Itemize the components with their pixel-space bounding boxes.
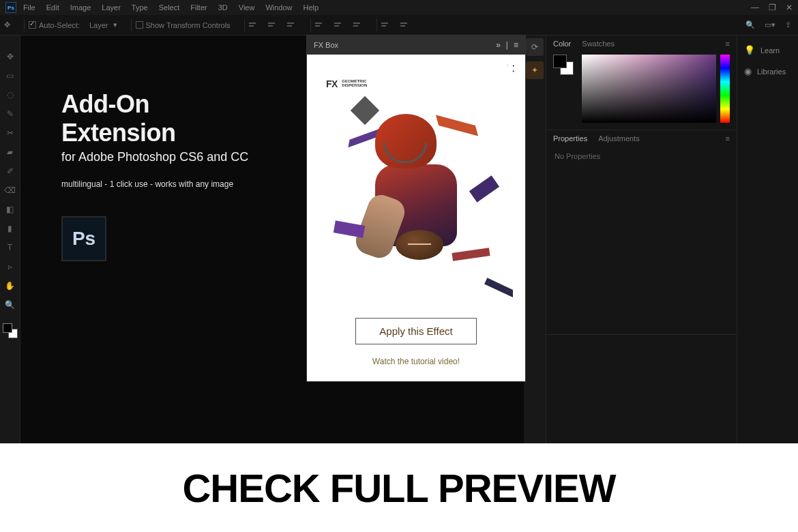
wand-tool-icon[interactable]: ✎ — [3, 106, 18, 121]
menu-select[interactable]: Select — [159, 3, 180, 12]
history-panel-icon[interactable]: ⟳ — [526, 38, 544, 56]
libraries-panel-toggle[interactable]: ◉ Libraries — [737, 61, 798, 82]
menu-edit[interactable]: Edit — [46, 3, 59, 12]
tab-swatches[interactable]: Swatches — [582, 40, 615, 48]
eyedropper-tool-icon[interactable]: ▰ — [3, 145, 18, 160]
move-tool-icon[interactable]: ✥ — [4, 20, 10, 29]
tab-properties[interactable]: Properties — [553, 134, 587, 143]
photoshop-badge-icon: Ps — [61, 216, 106, 261]
show-transform-checkbox[interactable]: Show Transform Controls — [136, 21, 231, 29]
distribute-v-icon[interactable] — [400, 20, 410, 30]
menu-type[interactable]: Type — [132, 3, 148, 12]
align-bottom-icon[interactable] — [353, 20, 363, 30]
menu-view[interactable]: View — [239, 3, 255, 12]
window-restore-icon[interactable]: ❐ — [769, 3, 776, 12]
fx-box-panel: FX Box » | ≡ ✕ FX GEOMETRICDISPERSION — [307, 35, 525, 381]
window-minimize-icon[interactable]: — — [751, 3, 759, 12]
tool-column: ✥ ▭ ◌ ✎ ✂ ▰ ✐ ⌫ ◧ ▮ T ▹ ✋ 🔍 — [0, 35, 20, 443]
fx-box-title: FX Box — [314, 41, 338, 49]
promo-title: Add-On Extension — [61, 90, 251, 147]
align-left-icon[interactable] — [249, 20, 258, 30]
eraser-tool-icon[interactable]: ⌫ — [3, 183, 18, 198]
auto-select-checkbox[interactable]: Auto-Select: — [29, 21, 80, 29]
right-rail: 💡 Learn ◉ Libraries — [737, 35, 798, 443]
apply-effect-button[interactable]: Apply this Effect — [355, 318, 476, 344]
fg-bg-swatches[interactable] — [3, 323, 18, 338]
search-icon[interactable]: 🔍 — [745, 20, 755, 29]
align-top-icon[interactable] — [315, 20, 325, 30]
auto-select-target-dropdown[interactable]: Layer ▾ — [89, 20, 117, 29]
learn-panel-toggle[interactable]: 💡 Learn — [737, 40, 798, 61]
menu-help[interactable]: Help — [304, 3, 319, 12]
hue-slider[interactable] — [720, 55, 730, 123]
menu-filter[interactable]: Filter — [190, 3, 207, 12]
foreground-color-swatch[interactable] — [3, 323, 12, 333]
options-bar: ✥ Auto-Select: Layer ▾ Show Transform Co… — [0, 15, 798, 35]
menubar: Ps File Edit Image Layer Type Select Fil… — [0, 0, 798, 15]
color-field[interactable] — [582, 55, 716, 123]
promo-tagline: multilingual - 1 click use - works with … — [61, 179, 251, 189]
properties-body: No Properties — [546, 145, 737, 201]
menu-3d[interactable]: 3D — [218, 3, 228, 12]
align-center-h-icon[interactable] — [268, 20, 278, 30]
fx-preview-image: FX GEOMETRICDISPERSION — [319, 65, 513, 304]
fx-box-header[interactable]: FX Box » | ≡ — [307, 35, 525, 55]
cloud-icon: ◉ — [744, 66, 752, 76]
dodge-tool-icon[interactable]: ▮ — [3, 221, 18, 236]
panel-menu-icon[interactable]: ≡ — [726, 40, 730, 48]
show-transform-label: Show Transform Controls — [146, 21, 231, 29]
brush-tool-icon[interactable]: ✐ — [3, 164, 18, 179]
tab-color[interactable]: Color — [553, 40, 571, 48]
share-icon[interactable]: ⇪ — [785, 20, 791, 29]
collapse-icon[interactable]: » — [496, 40, 501, 50]
move-tool-icon[interactable]: ✥ — [3, 49, 18, 64]
gradient-tool-icon[interactable]: ◧ — [3, 202, 18, 217]
canvas[interactable]: Add-On Extension for Adobe Photoshop CS6… — [20, 35, 524, 443]
panels-column: Color Swatches ≡ Properties Adjustments … — [546, 35, 737, 443]
app-logo: Ps — [5, 2, 16, 13]
banner-text: CHECK FULL PREVIEW — [182, 465, 615, 511]
path-tool-icon[interactable]: ▹ — [3, 259, 18, 274]
distribute-h-icon[interactable] — [381, 20, 391, 30]
lasso-tool-icon[interactable]: ◌ — [3, 87, 18, 102]
promo-block: Add-On Extension for Adobe Photoshop CS6… — [61, 90, 251, 261]
color-picker[interactable] — [553, 55, 730, 123]
menu-image[interactable]: Image — [70, 3, 91, 12]
dock-column: ⟳ ✦ — [524, 35, 546, 443]
divider: | — [506, 40, 508, 50]
panel-menu-icon[interactable]: ≡ — [514, 40, 518, 50]
auto-select-label: Auto-Select: — [39, 21, 80, 29]
window-close-icon[interactable]: ✕ — [786, 3, 793, 12]
type-tool-icon[interactable]: T — [3, 240, 18, 255]
tutorial-link[interactable]: Watch the tutorial video! — [319, 357, 513, 366]
hand-tool-icon[interactable]: ✋ — [3, 278, 18, 293]
marquee-tool-icon[interactable]: ▭ — [3, 68, 18, 83]
menu-layer[interactable]: Layer — [102, 3, 121, 12]
checkbox-icon — [29, 21, 36, 29]
menu-window[interactable]: Window — [265, 3, 292, 12]
tab-adjustments[interactable]: Adjustments — [598, 134, 640, 143]
fx-brand: FX GEOMETRICDISPERSION — [326, 78, 367, 90]
zoom-tool-icon[interactable]: 🔍 — [3, 297, 18, 312]
workspace-switcher-icon[interactable]: ▭▾ — [765, 20, 775, 29]
fg-swatch[interactable] — [553, 55, 567, 68]
preview-banner: CHECK FULL PREVIEW — [0, 443, 798, 532]
promo-subtitle: for Adobe Photoshop CS6 and CC — [61, 150, 251, 164]
align-right-icon[interactable] — [287, 20, 297, 30]
crop-tool-icon[interactable]: ✂ — [3, 125, 18, 141]
menu-file[interactable]: File — [23, 3, 35, 12]
panel-menu-icon[interactable]: ≡ — [726, 134, 730, 143]
fx-panel-icon[interactable]: ✦ — [526, 61, 544, 79]
align-center-v-icon[interactable] — [334, 20, 344, 30]
checkbox-icon — [136, 21, 143, 29]
lightbulb-icon: 💡 — [744, 45, 755, 55]
